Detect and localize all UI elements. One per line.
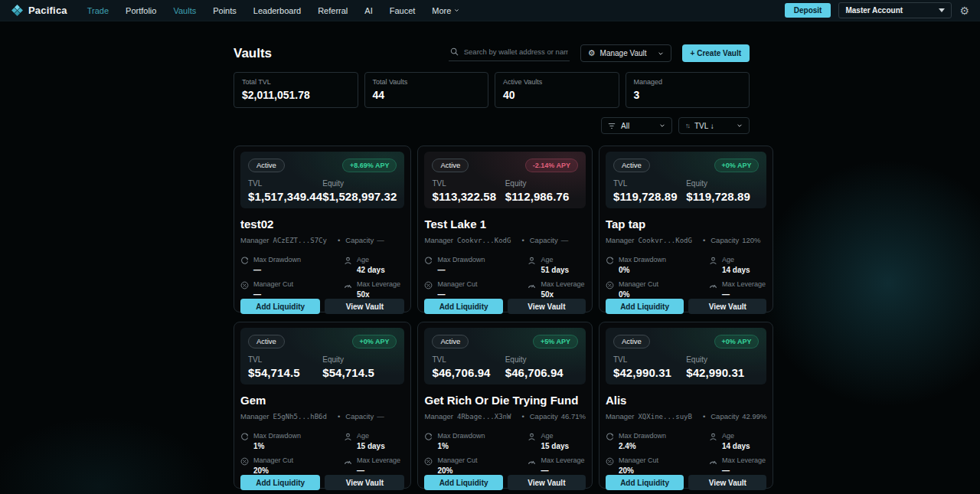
nav-item-more[interactable]: More bbox=[432, 6, 459, 15]
drawdown-arrow-icon bbox=[424, 257, 433, 265]
nav-item-ai[interactable]: AI bbox=[364, 6, 372, 15]
max-drawdown-label: Max Drawdown bbox=[619, 432, 666, 440]
stat-value: 40 bbox=[503, 89, 611, 101]
tvl-value: $42,990.31 bbox=[613, 366, 686, 379]
nav-item-trade[interactable]: Trade bbox=[87, 6, 109, 15]
manager-row: Manager XQXine...suyB • Capacity 42.99% bbox=[606, 412, 766, 420]
search-input[interactable] bbox=[464, 47, 568, 56]
page-title: Vaults bbox=[234, 46, 272, 61]
max-drawdown-stat: Max Drawdown 1% bbox=[240, 432, 344, 450]
nav-right: Deposit Master Account ⚙ bbox=[785, 2, 969, 18]
equity-value: $42,990.31 bbox=[686, 366, 759, 379]
nav-item-label: Vaults bbox=[173, 6, 196, 15]
nav-item-leaderboard[interactable]: Leaderboard bbox=[253, 6, 301, 15]
percent-circle-icon bbox=[424, 457, 433, 466]
add-liquidity-button[interactable]: Add Liquidity bbox=[424, 475, 502, 490]
tvl-label: TVL bbox=[613, 179, 686, 188]
age-label: Age bbox=[722, 256, 750, 263]
capacity-value: 46.71% bbox=[561, 412, 586, 420]
tvl-value: $54,714.5 bbox=[248, 366, 322, 379]
apy-badge: -2.14% APY bbox=[525, 159, 578, 172]
add-liquidity-button[interactable]: Add Liquidity bbox=[606, 475, 684, 490]
stat-box: Managed 3 bbox=[626, 72, 750, 108]
nav-item-vaults[interactable]: Vaults bbox=[173, 6, 196, 15]
filter-row: All ↑↓ TVL ↓ bbox=[234, 117, 750, 134]
nav-item-portfolio[interactable]: Portfolio bbox=[126, 6, 156, 15]
filter-funnel-icon bbox=[608, 123, 616, 129]
manager-cut-value: 0% bbox=[619, 290, 658, 299]
add-liquidity-button[interactable]: Add Liquidity bbox=[240, 475, 320, 490]
nav-items: Trade Portfolio Vaults Points Leaderboar… bbox=[87, 6, 460, 15]
tvl-value: $113,322.58 bbox=[432, 190, 505, 203]
tvl-label: TVL bbox=[248, 355, 322, 364]
manager-label: Manager bbox=[606, 236, 635, 244]
age-value: 14 days bbox=[722, 442, 750, 450]
create-vault-button[interactable]: + Create Vault bbox=[682, 44, 750, 62]
manager-address: ACzEZT...S7Cy bbox=[273, 237, 327, 244]
manager-label: Manager bbox=[240, 236, 270, 244]
view-vault-button[interactable]: View Vault bbox=[325, 475, 404, 490]
max-drawdown-label: Max Drawdown bbox=[253, 256, 301, 263]
view-vault-button[interactable]: View Vault bbox=[508, 475, 586, 490]
age-value: 42 days bbox=[357, 266, 385, 274]
manager-cut-label: Manager Cut bbox=[619, 280, 658, 288]
settings-gear-icon[interactable]: ⚙ bbox=[959, 5, 969, 16]
max-drawdown-value: 1% bbox=[437, 442, 485, 450]
gauge-icon bbox=[528, 457, 536, 466]
capacity-value: 42.99% bbox=[742, 412, 766, 420]
chevron-down-icon bbox=[737, 123, 743, 129]
view-vault-button[interactable]: View Vault bbox=[688, 475, 766, 490]
age-value: 14 days bbox=[722, 266, 750, 274]
manager-row: Manager Cookvr...KodG • Capacity — bbox=[424, 236, 585, 244]
age-label: Age bbox=[722, 432, 750, 440]
capacity-value: 120% bbox=[742, 236, 760, 244]
drawdown-arrow-icon bbox=[606, 433, 614, 441]
manage-vault-button[interactable]: ⚙ Manage Vault bbox=[580, 44, 671, 62]
manager-address: Cookvr...KodG bbox=[638, 237, 691, 244]
stat-box: Active Vaults 40 bbox=[495, 72, 619, 108]
card-actions: Add Liquidity View Vault bbox=[606, 299, 766, 314]
view-vault-button[interactable]: View Vault bbox=[325, 299, 404, 314]
add-liquidity-button[interactable]: Add Liquidity bbox=[424, 299, 502, 314]
manager-cut-label: Manager Cut bbox=[437, 456, 477, 464]
view-vault-button[interactable]: View Vault bbox=[508, 299, 586, 314]
brand-logo[interactable]: Pacifica bbox=[11, 4, 67, 17]
tvl-label: TVL bbox=[432, 355, 505, 364]
age-stat: Age 15 days bbox=[344, 432, 404, 450]
status-badge: Active bbox=[248, 335, 285, 348]
age-stat: Age 42 days bbox=[344, 256, 404, 274]
max-drawdown-stat: Max Drawdown — bbox=[240, 256, 344, 274]
apy-badge: +8.69% APY bbox=[342, 159, 397, 172]
add-liquidity-button[interactable]: Add Liquidity bbox=[240, 299, 320, 314]
age-label: Age bbox=[357, 256, 385, 263]
vault-name: Test Lake 1 bbox=[424, 218, 585, 231]
age-stat: Age 14 days bbox=[709, 256, 766, 274]
view-vault-button[interactable]: View Vault bbox=[688, 299, 766, 314]
max-leverage-label: Max Leverage bbox=[722, 456, 766, 464]
max-drawdown-label: Max Drawdown bbox=[619, 256, 666, 263]
vaults-page: Vaults ⚙ Manage Vault + Create Vault Tot… bbox=[234, 21, 750, 489]
max-leverage-value: — bbox=[722, 290, 766, 299]
max-leverage-value: 50x bbox=[541, 290, 584, 299]
sort-dropdown-label: TVL ↓ bbox=[694, 122, 714, 130]
status-badge: Active bbox=[613, 335, 650, 348]
deposit-button[interactable]: Deposit bbox=[785, 3, 831, 18]
max-leverage-label: Max Leverage bbox=[541, 280, 584, 288]
filter-dropdown[interactable]: All bbox=[601, 117, 672, 134]
account-dropdown[interactable]: Master Account bbox=[838, 2, 952, 18]
gauge-icon bbox=[709, 457, 717, 466]
sort-dropdown[interactable]: ↑↓ TVL ↓ bbox=[678, 117, 750, 134]
manager-label: Manager bbox=[424, 412, 453, 420]
card-actions: Add Liquidity View Vault bbox=[424, 475, 585, 490]
tvl-value: $119,728.89 bbox=[613, 190, 686, 203]
nav-item-faucet[interactable]: Faucet bbox=[390, 6, 416, 15]
card-actions: Add Liquidity View Vault bbox=[606, 475, 766, 490]
vault-card-summary: Active -2.14% APY TVL $113,322.58 Equity… bbox=[424, 152, 585, 208]
nav-item-referral[interactable]: Referral bbox=[318, 6, 348, 15]
nav-item-label: Leaderboard bbox=[253, 6, 301, 15]
add-liquidity-button[interactable]: Add Liquidity bbox=[606, 299, 684, 314]
nav-item-points[interactable]: Points bbox=[213, 6, 237, 15]
age-label: Age bbox=[357, 432, 385, 440]
nav-item-label: Referral bbox=[318, 6, 348, 15]
percent-circle-icon bbox=[606, 281, 614, 290]
